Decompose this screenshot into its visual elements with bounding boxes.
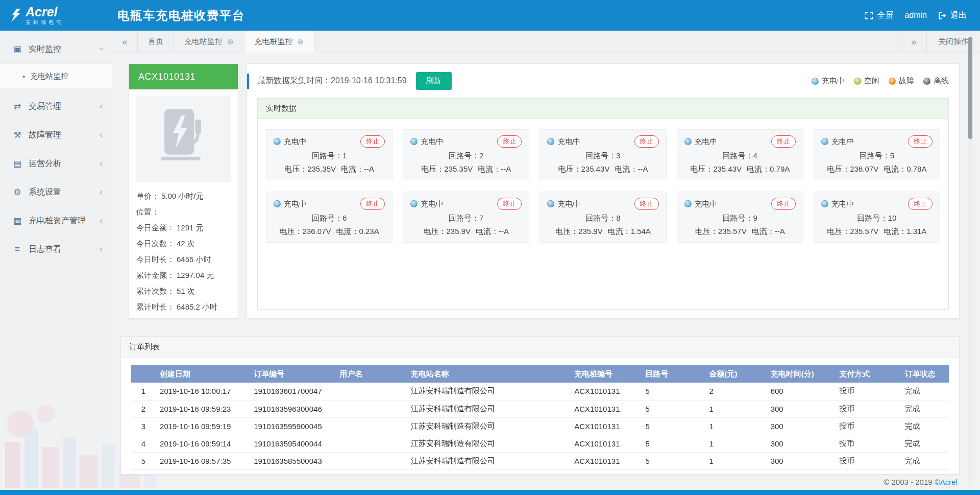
circuit-status-label: 充电中 <box>831 137 854 147</box>
sidebar-item-pile-assets[interactable]: ▦ 充电桩资产管理 ‹ <box>0 206 112 235</box>
order-date: 2019-10-16 10:00:17 <box>156 383 250 400</box>
sidebar-item-operation-analysis[interactable]: ▤ 运营分析 ‹ <box>0 149 112 178</box>
order-amount: 2 <box>705 383 767 400</box>
circuit-number-value: 1 <box>342 151 347 160</box>
circuit-number-line: 回路号：10 <box>821 214 933 223</box>
circuit-readings-line: 电压：235.35V电流：--A <box>410 164 522 174</box>
username-label: admin <box>904 11 927 20</box>
order-row[interactable]: 1 2019-10-16 10:00:17 1910163601700047 江… <box>131 383 949 400</box>
tab-pile-monitor[interactable]: 充电桩监控 ⊗ <box>244 31 315 53</box>
circuit-status: 充电中 <box>274 199 307 209</box>
fullscreen-button[interactable]: 全屏 <box>865 10 893 21</box>
order-amount: 1 <box>705 400 767 417</box>
sidebar-item-system-settings[interactable]: ⚙ 系统设置 ‹ <box>0 178 112 206</box>
circuit-status-label: 充电中 <box>557 199 580 209</box>
order-row[interactable]: 4 2019-10-16 09:59:14 1910163595400044 江… <box>131 435 949 452</box>
sidebar-item-transaction[interactable]: ⇄ 交易管理 ‹ <box>0 92 112 121</box>
stop-button[interactable]: 终止 <box>908 135 933 148</box>
voltage-label: 电压： <box>690 164 713 173</box>
stop-button[interactable]: 终止 <box>771 198 796 210</box>
sidebar-item-label: 实时监控 <box>29 44 100 55</box>
stop-button[interactable]: 终止 <box>634 198 659 210</box>
sidebar-item-station-monitor[interactable]: • 充电站监控 <box>0 63 112 89</box>
stop-button[interactable]: 终止 <box>771 135 796 148</box>
offline-status-icon <box>923 78 930 85</box>
circuit-number-label: 回路号： <box>585 151 616 160</box>
tab-station-monitor[interactable]: 充电站监控 ⊗ <box>174 31 244 53</box>
order-index: 1 <box>131 383 156 400</box>
legend-label: 离线 <box>934 76 949 86</box>
stop-button[interactable]: 终止 <box>908 198 933 210</box>
stop-button[interactable]: 终止 <box>634 135 659 148</box>
circuit-card: 充电中 终止 回路号：10 电压：235.57V电流：1.31A <box>814 192 940 243</box>
circuit-number-value: 3 <box>616 151 620 160</box>
circuit-number-line: 回路号：6 <box>274 214 385 223</box>
scrollbar-thumb[interactable] <box>968 37 972 139</box>
sidebar-item-realtime-monitor[interactable]: ▣ 实时监控 ‹ <box>0 35 112 63</box>
tab-home[interactable]: 首页 <box>138 31 174 53</box>
circuit-number-value: 2 <box>479 151 483 160</box>
monitor-icon: ▣ <box>12 44 22 55</box>
circuit-number-line: 回路号：9 <box>684 214 796 223</box>
log-icon: ≡ <box>12 244 22 254</box>
info-label: 累计金额： <box>136 271 175 279</box>
info-label: 单价： <box>136 192 159 200</box>
voltage-label: 电压： <box>558 164 581 173</box>
status-legend: 充电中 空闲 故障 离线 <box>812 76 949 86</box>
circuit-number-value: 8 <box>616 214 620 222</box>
circuit-number-line: 回路号：8 <box>547 214 658 223</box>
tabs-scroll-left-button[interactable]: « <box>112 31 138 53</box>
sidebar-item-log-view[interactable]: ≡ 日志查看 ‹ <box>0 235 112 264</box>
close-tab-icon[interactable]: ⊗ <box>227 37 234 46</box>
circuit-status-label: 充电中 <box>421 137 444 147</box>
circuit-status: 充电中 <box>274 137 307 147</box>
circuit-number-value: 10 <box>888 214 897 222</box>
order-row[interactable]: 2 2019-10-16 09:59:23 1910163596300046 江… <box>131 400 949 417</box>
brand-subtitle: 安科瑞电气 <box>26 19 64 26</box>
order-row[interactable]: 3 2019-10-16 09:59:19 1910163595900045 江… <box>131 417 949 435</box>
scrollbar-track[interactable] <box>968 33 973 488</box>
stop-button[interactable]: 终止 <box>360 198 385 210</box>
pile-info-line: 今日次数：42 次 <box>136 235 231 251</box>
user-menu[interactable]: admin <box>904 11 927 20</box>
pile-info-card: ACX1010131 单价：5.00 小时/元 <box>129 63 238 319</box>
footer-brand-link[interactable]: ©Acrel <box>935 478 958 486</box>
order-number: 1910163585500043 <box>250 452 335 469</box>
legend-charging: 充电中 <box>812 76 845 86</box>
stop-button[interactable]: 终止 <box>497 135 522 148</box>
order-circuit: 5 <box>642 435 705 452</box>
charging-status-icon <box>410 138 418 145</box>
circuit-grid: 充电中 终止 回路号：1 电压：235.35V电流：--A <box>266 129 940 243</box>
order-status: 完成 <box>900 452 949 469</box>
circuit-readings-line: 电压：235.43V电流：--A <box>547 164 658 174</box>
circuit-number-line: 回路号：5 <box>821 151 933 161</box>
circuit-status: 充电中 <box>410 199 444 209</box>
current-value: 1.54A <box>631 227 651 235</box>
order-row[interactable]: 5 2019-10-16 09:57:35 1910163585500043 江… <box>131 452 949 469</box>
legend-idle: 空闲 <box>854 76 879 86</box>
stop-button[interactable]: 终止 <box>360 135 385 148</box>
circuit-number-line: 回路号：2 <box>410 151 522 161</box>
double-left-arrow-icon: « <box>122 36 128 48</box>
current-label: 电流： <box>476 227 499 235</box>
realtime-section-title: 实时数据 <box>258 99 948 119</box>
info-value: 1297.04 元 <box>177 271 214 279</box>
order-pile: ACX1010131 <box>570 383 641 400</box>
circuit-status-label: 充电中 <box>421 199 444 209</box>
stop-button[interactable]: 终止 <box>497 198 522 210</box>
voltage-value: 236.07V <box>850 164 878 173</box>
pile-info-line: 单价：5.00 小时/元 <box>136 188 231 204</box>
circuit-number-label: 回路号： <box>723 214 753 222</box>
voltage-value: 235.57V <box>850 227 878 235</box>
close-tab-icon[interactable]: ⊗ <box>298 37 304 46</box>
logout-button[interactable]: 退出 <box>938 10 967 21</box>
sidebar-item-fault[interactable]: ⚒ 故障管理 ‹ <box>0 121 112 149</box>
voltage-label: 电压： <box>695 227 718 235</box>
sidebar-item-label: 交易管理 <box>29 101 100 112</box>
column-header-pile: 充电桩编号 <box>570 365 641 383</box>
order-pay-method: 投币 <box>835 417 900 435</box>
refresh-button[interactable]: 刷新 <box>416 72 452 90</box>
tabs-scroll-right-button[interactable]: » <box>901 31 926 53</box>
circuit-readings-line: 电压：235.35V电流：--A <box>274 164 385 174</box>
info-label: 今日次数： <box>136 239 175 248</box>
